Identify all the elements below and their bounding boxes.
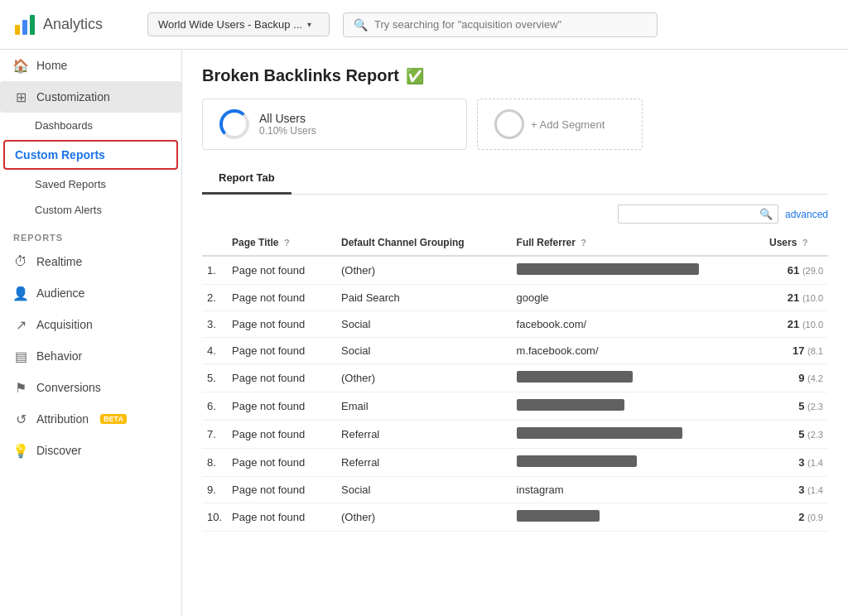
- table-row: 1.Page not found(Other)61 (29.0: [202, 256, 828, 285]
- sidebar-attribution-label: Attribution: [36, 412, 89, 426]
- search-icon: 🔍: [354, 18, 368, 31]
- sidebar-custom-alerts-label: Custom Alerts: [35, 204, 102, 216]
- row-number: 1.: [202, 256, 227, 285]
- segment-donut-icon: [219, 109, 249, 139]
- verified-icon: ✅: [406, 67, 424, 85]
- row-users: 17 (8.1: [764, 338, 828, 364]
- reports-section-label: REPORTS: [0, 223, 181, 246]
- sidebar-item-custom-reports[interactable]: Custom Reports: [3, 140, 178, 170]
- row-number: 4.: [202, 338, 227, 364]
- table-row: 2.Page not foundPaid Searchgoogle21 (10.…: [202, 285, 828, 311]
- svg-rect-0: [15, 25, 20, 35]
- realtime-icon: ⏱: [13, 254, 28, 269]
- app-title: Analytics: [43, 16, 103, 33]
- table-controls: 🔍 advanced: [202, 205, 828, 224]
- sidebar-realtime-label: Realtime: [36, 255, 82, 268]
- row-channel: Social: [336, 338, 512, 364]
- row-number: 10.: [202, 503, 227, 532]
- main-content: Broken Backlinks Report ✅ All Users 0.10…: [182, 50, 848, 616]
- sidebar-item-realtime[interactable]: ⏱ Realtime: [0, 246, 181, 277]
- segment-card-all-users[interactable]: All Users 0.10% Users: [202, 99, 467, 150]
- tab-bar: Report Tab: [202, 163, 828, 195]
- logo-area: Analytics: [0, 13, 141, 36]
- tab-report[interactable]: Report Tab: [202, 163, 292, 195]
- row-channel: (Other): [336, 364, 512, 392]
- referrer-help-icon[interactable]: ?: [581, 238, 586, 248]
- chevron-down-icon: ▾: [307, 20, 311, 29]
- col-referrer: Full Referrer ?: [512, 230, 764, 256]
- row-number: 6.: [202, 392, 227, 421]
- row-referrer: facebook.com/: [512, 311, 764, 338]
- sidebar-discover-label: Discover: [36, 444, 81, 457]
- users-help-icon[interactable]: ?: [802, 238, 808, 248]
- table-row: 4.Page not foundSocialm.facebook.com/17 …: [202, 338, 828, 364]
- sidebar-item-conversions[interactable]: ⚑ Conversions: [0, 372, 181, 403]
- report-title: Broken Backlinks Report: [202, 66, 399, 85]
- table-search-box[interactable]: 🔍: [618, 205, 778, 224]
- sidebar-item-behavior[interactable]: ▤ Behavior: [0, 340, 181, 372]
- sidebar-item-custom-alerts[interactable]: Custom Alerts: [0, 197, 181, 223]
- row-referrer: [512, 503, 764, 532]
- sidebar: 🏠 Home ⊞ Customization Dashboards Custom…: [0, 50, 182, 616]
- sidebar-audience-label: Audience: [36, 286, 84, 300]
- row-page: Page not found: [227, 503, 336, 532]
- sidebar-item-saved-reports[interactable]: Saved Reports: [0, 171, 181, 197]
- segment-name: All Users: [259, 112, 316, 125]
- report-header: Broken Backlinks Report ✅: [202, 66, 828, 85]
- global-search[interactable]: 🔍: [343, 12, 658, 37]
- account-selector[interactable]: World Wide Users - Backup ... ▾: [147, 12, 330, 36]
- row-referrer: m.facebook.com/: [512, 338, 764, 364]
- sidebar-item-home[interactable]: 🏠 Home: [0, 50, 181, 81]
- row-referrer: [512, 392, 764, 421]
- sidebar-custom-reports-label: Custom Reports: [15, 148, 105, 161]
- sidebar-item-acquisition[interactable]: ↗ Acquisition: [0, 309, 181, 340]
- behavior-icon: ▤: [13, 349, 28, 363]
- add-segment-card[interactable]: + Add Segment: [477, 99, 643, 150]
- customization-icon: ⊞: [13, 89, 28, 104]
- row-channel: Social: [336, 477, 512, 503]
- advanced-link[interactable]: advanced: [785, 209, 828, 220]
- row-referrer: [512, 364, 764, 392]
- row-users: 21 (10.0: [764, 311, 828, 338]
- svg-rect-2: [30, 15, 35, 35]
- row-number: 3.: [202, 311, 227, 338]
- row-users: 3 (1.4: [764, 477, 828, 503]
- sidebar-item-customization[interactable]: ⊞ Customization: [0, 81, 181, 113]
- table-search-input[interactable]: [624, 209, 756, 220]
- page-title-help-icon[interactable]: ?: [284, 238, 290, 248]
- sidebar-customization-label: Customization: [36, 90, 110, 103]
- row-page: Page not found: [227, 421, 336, 449]
- search-input[interactable]: [374, 18, 647, 31]
- topbar: Analytics World Wide Users - Backup ... …: [0, 0, 848, 50]
- row-number: 5.: [202, 364, 227, 392]
- sidebar-item-discover[interactable]: 💡 Discover: [0, 435, 181, 466]
- sidebar-item-attribution[interactable]: ↺ Attribution BETA: [0, 403, 181, 435]
- segment-row: All Users 0.10% Users + Add Segment: [202, 99, 828, 150]
- beta-badge: BETA: [100, 414, 127, 424]
- row-referrer: instagram: [512, 477, 764, 503]
- row-number: 8.: [202, 449, 227, 477]
- row-referrer: [512, 449, 764, 477]
- table-row: 7.Page not foundReferral5 (2.3: [202, 421, 828, 449]
- row-page: Page not found: [227, 311, 336, 338]
- row-channel: (Other): [336, 503, 512, 532]
- sidebar-dashboards-label: Dashboards: [35, 119, 93, 132]
- account-label: World Wide Users - Backup ...: [158, 18, 302, 31]
- acquisition-icon: ↗: [13, 317, 28, 332]
- sidebar-item-audience[interactable]: 👤 Audience: [0, 277, 181, 309]
- table-row: 10.Page not found(Other)2 (0.9: [202, 503, 828, 532]
- row-users: 5 (2.3: [764, 421, 828, 449]
- row-channel: (Other): [336, 256, 512, 285]
- row-page: Page not found: [227, 338, 336, 364]
- col-users: Users ?: [764, 230, 828, 256]
- row-channel: Referral: [336, 421, 512, 449]
- row-page: Page not found: [227, 256, 336, 285]
- row-page: Page not found: [227, 285, 336, 311]
- row-page: Page not found: [227, 392, 336, 421]
- row-page: Page not found: [227, 449, 336, 477]
- sidebar-item-dashboards[interactable]: Dashboards: [0, 113, 181, 138]
- sidebar-saved-reports-label: Saved Reports: [35, 178, 106, 190]
- row-users: 61 (29.0: [764, 256, 828, 285]
- row-users: 21 (10.0: [764, 285, 828, 311]
- sidebar-acquisition-label: Acquisition: [36, 318, 93, 331]
